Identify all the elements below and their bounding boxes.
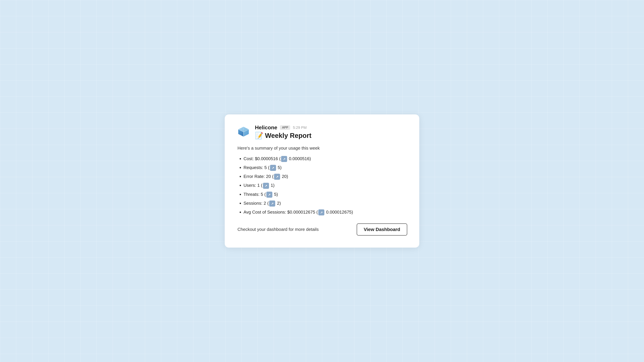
stat-value: 5) [276, 165, 282, 170]
view-dashboard-button[interactable]: View Dashboard [357, 223, 407, 235]
trend-up-icon [269, 200, 275, 206]
trend-up-icon [318, 209, 324, 215]
report-title: 📝 Weekly Report [255, 132, 312, 140]
card-footer: Checkout your dashboard for more details… [238, 223, 407, 235]
stat-label: Cost: $0.0000516 ( [244, 156, 280, 161]
app-logo [237, 125, 250, 139]
trend-up-icon [281, 156, 287, 162]
list-item: Requests: 5 ( 5) [244, 164, 407, 171]
stat-label: Users: 1 ( [244, 183, 262, 188]
stats-list: Cost: $0.0000516 ( 0.0000516) Requests: … [238, 156, 407, 215]
trend-up-icon [266, 192, 272, 198]
header-top: Helicone APP 5:29 PM [255, 125, 312, 131]
stat-value: 5) [273, 192, 278, 197]
card-header: Helicone APP 5:29 PM 📝 Weekly Report [237, 125, 407, 140]
summary-text: Here's a summary of your usage this week [238, 146, 407, 151]
list-item: Threats: 5 ( 5) [244, 191, 407, 198]
stat-label: Avg Cost of Sessions: $0.000012675 ( [244, 209, 318, 215]
footer-text: Checkout your dashboard for more details [238, 227, 319, 232]
stat-label: Requests: 5 ( [244, 165, 270, 170]
stat-label: Error Rate: 20 ( [244, 174, 274, 179]
timestamp: 5:29 PM [293, 126, 306, 130]
app-name: Helicone [255, 125, 277, 131]
stat-value: 1) [270, 183, 274, 188]
trend-up-icon [263, 183, 269, 189]
stat-value: 20) [280, 174, 288, 179]
list-item: Error Rate: 20 ( 20) [244, 173, 407, 180]
stat-label: Threats: 5 ( [244, 192, 266, 197]
list-item: Users: 1 ( 1) [244, 182, 407, 189]
stat-value: 0.000012675) [325, 209, 353, 215]
stat-value: 2) [276, 201, 281, 206]
list-item: Sessions: 2 ( 2) [244, 200, 407, 206]
trend-up-icon [270, 165, 276, 171]
list-item: Cost: $0.0000516 ( 0.0000516) [244, 156, 407, 162]
title-text: Weekly Report [265, 132, 312, 139]
stat-label: Sessions: 2 ( [244, 201, 269, 206]
title-emoji: 📝 [255, 132, 263, 140]
main-card: Helicone APP 5:29 PM 📝 Weekly Report Her… [225, 114, 419, 248]
list-item: Avg Cost of Sessions: $0.000012675 ( 0.0… [244, 209, 407, 215]
card-body: Here's a summary of your usage this week… [237, 146, 407, 235]
header-text: Helicone APP 5:29 PM 📝 Weekly Report [255, 125, 312, 140]
app-badge: APP [280, 125, 290, 130]
stat-value: 0.0000516) [288, 156, 311, 161]
trend-up-icon [274, 174, 280, 180]
